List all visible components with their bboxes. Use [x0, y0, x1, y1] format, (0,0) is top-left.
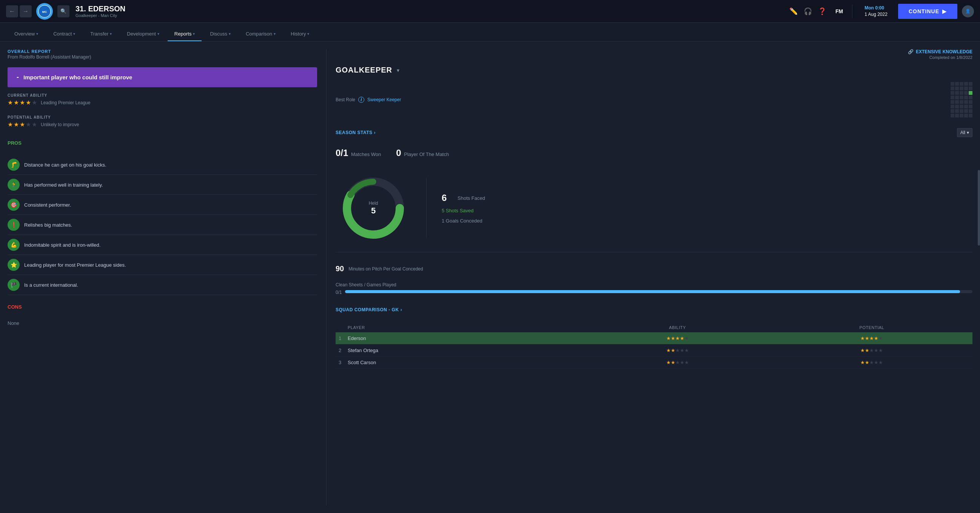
- star-2: ★: [14, 99, 19, 106]
- forward-button[interactable]: →: [20, 5, 32, 18]
- tab-discuss[interactable]: Discuss ▾: [203, 27, 237, 41]
- current-ability-desc: Leading Premier League: [41, 100, 90, 105]
- continue-button[interactable]: CONTINUE ▶: [898, 4, 957, 19]
- trait-text: Has performed well in training lately.: [24, 182, 103, 188]
- cons-label: CONS: [8, 304, 317, 310]
- player-name: 31. EDERSON: [75, 5, 125, 13]
- pros-list: 🦵 Distance he can get on his goal kicks.…: [8, 155, 317, 295]
- tab-comparison[interactable]: Comparison ▾: [239, 27, 282, 41]
- completed-date: Completed on 1/8/2022: [908, 55, 972, 60]
- pstar-3: ★: [20, 121, 25, 128]
- minutes-num: 90: [336, 264, 344, 273]
- tab-history[interactable]: History ▾: [284, 27, 316, 41]
- col-potential: POTENTIAL: [771, 323, 972, 333]
- donut-label: Held 5: [369, 201, 378, 216]
- player-name-cell[interactable]: Ederson: [345, 333, 584, 344]
- shots-saved-row: 5 Shots Saved: [442, 208, 485, 213]
- stats-row: 0/1 Matches Won 0 Player Of The Match: [336, 148, 972, 158]
- pstar-1: ★: [8, 121, 13, 128]
- pstar-5: ★: [32, 121, 37, 128]
- gk-title: GOALKEEPER: [336, 66, 392, 75]
- player-name-cell[interactable]: Scott Carson: [345, 357, 584, 369]
- star-3: ★: [20, 99, 25, 106]
- best-role: Best Role i Sweeper Keeper: [336, 82, 972, 118]
- gk-chevron-icon[interactable]: ▾: [397, 67, 399, 73]
- trait-icon-training: 🏃: [8, 179, 20, 191]
- player-of-match-num: 0: [396, 148, 401, 158]
- ability-stars-cell: ★★★★★: [584, 333, 771, 344]
- tab-contract[interactable]: Contract ▾: [46, 27, 82, 41]
- shots-faced-num: 6: [442, 193, 453, 203]
- goals-conceded-row: 1 Goals Conceded: [442, 218, 485, 224]
- star-1: ★: [8, 99, 13, 106]
- best-role-name: Sweeper Keeper: [368, 97, 401, 102]
- rank-cell: 2: [336, 344, 345, 357]
- help-icon[interactable]: ❓: [818, 7, 826, 16]
- clean-sheets-progress-bar: [345, 290, 972, 293]
- tactics-grid: [951, 82, 972, 118]
- pencil-icon[interactable]: ✏️: [789, 7, 798, 16]
- search-icon[interactable]: 🔍: [57, 5, 70, 18]
- back-button[interactable]: ←: [6, 5, 18, 18]
- tab-overview[interactable]: Overview ▾: [8, 27, 45, 41]
- potential-ability-label: POTENTIAL ABILITY: [8, 115, 317, 119]
- matches-won-label: Matches Won: [351, 151, 381, 157]
- shots-saved-text: 5 Shots Saved: [442, 208, 474, 213]
- tab-development[interactable]: Development ▾: [120, 27, 166, 41]
- list-item: ⭐ Leading player for most Premier League…: [8, 255, 317, 275]
- player-name-cell[interactable]: Stefan Ortega: [345, 344, 584, 357]
- col-player: PLAYER: [345, 323, 584, 333]
- pstar-2: ★: [14, 121, 19, 128]
- potential-ability-stars: ★ ★ ★ ★ ★: [8, 121, 37, 128]
- shots-stats: 6 Shots Faced 5 Shots Saved 1 Goals Conc…: [442, 193, 485, 224]
- top-bar: ← → MC 🔍 31. EDERSON Goalkeeper - Man Ci…: [0, 0, 980, 23]
- report-from: From Rodolfo Borrell (Assistant Manager): [8, 54, 317, 60]
- right-panel: 🔗 EXTENSIVE KNOWLEDGE Completed on 1/8/2…: [336, 49, 972, 505]
- all-select[interactable]: All ▾: [957, 128, 972, 137]
- trait-text: Indomitable spirit and is iron-willed.: [24, 242, 100, 248]
- rank-cell: 1: [336, 333, 345, 344]
- minutes-row: 90 Minutes on Pitch Per Goal Conceded: [336, 264, 972, 273]
- matches-won-stat: 0/1 Matches Won: [336, 148, 381, 158]
- avatar: 👤: [962, 5, 974, 18]
- list-item: 💪 Indomitable spirit and is iron-willed.: [8, 235, 317, 255]
- svg-text:MC: MC: [42, 10, 47, 14]
- donut-chart: Held 5: [336, 170, 411, 246]
- current-ability-section: CURRENT ABILITY ★ ★ ★ ★ ★ Leading Premie…: [8, 93, 317, 106]
- season-stats-link[interactable]: SEASON STATS ›: [336, 130, 375, 135]
- clean-sheets-label: Clean Sheets / Games Played: [336, 282, 972, 287]
- trait-icon-international: 🏴: [8, 279, 20, 291]
- potential-stars-cell: ★★★★★: [771, 357, 972, 369]
- ability-stars-cell: ★★★★★: [584, 344, 771, 357]
- scroll-indicator[interactable]: [978, 170, 980, 245]
- best-role-label: Best Role: [336, 97, 355, 102]
- trait-text: Consistent performer.: [24, 202, 71, 208]
- overall-report-label: OVERALL REPORT: [8, 49, 317, 54]
- progress-bar-fill: [345, 290, 960, 293]
- ability-stars-cell: ★★★★★: [584, 357, 771, 369]
- col-ability: ABILITY: [584, 323, 771, 333]
- star-4: ★: [25, 99, 31, 106]
- chart-stats-row: Held 5 6 Shots Faced 5 Shots Saved 1 Goa…: [336, 170, 972, 252]
- potential-ability-section: POTENTIAL ABILITY ★ ★ ★ ★ ★ Unlikely to …: [8, 115, 317, 128]
- banner-dash: -: [17, 73, 19, 81]
- info-icon[interactable]: i: [358, 97, 364, 103]
- star-5: ★: [32, 99, 37, 106]
- divider-vertical: [326, 49, 326, 505]
- gk-header: GOALKEEPER ▾: [336, 66, 972, 75]
- extensive-knowledge: 🔗 EXTENSIVE KNOWLEDGE: [908, 49, 972, 54]
- minutes-desc: Minutes on Pitch Per Goal Conceded: [348, 266, 423, 272]
- nav-arrows: ← →: [6, 5, 32, 18]
- headset-icon[interactable]: 🎧: [804, 7, 812, 16]
- player-info: 31. EDERSON Goalkeeper - Man City: [75, 5, 125, 18]
- goals-conceded-text: 1 Goals Conceded: [442, 218, 482, 224]
- pstar-4: ★: [25, 121, 31, 128]
- tab-transfer[interactable]: Transfer ▾: [83, 27, 119, 41]
- tab-reports[interactable]: Reports ▾: [168, 27, 202, 41]
- potential-ability-desc: Unlikely to improve: [41, 122, 79, 127]
- trait-text: Distance he can get on his goal kicks.: [24, 162, 107, 168]
- squad-table: PLAYER ABILITY POTENTIAL 1 Ederson ★★★★★…: [336, 323, 972, 369]
- col-rank: [336, 323, 345, 333]
- pros-label: PROS: [8, 140, 317, 146]
- squad-comparison-header[interactable]: SQUAD COMPARISON - GK ›: [336, 307, 972, 312]
